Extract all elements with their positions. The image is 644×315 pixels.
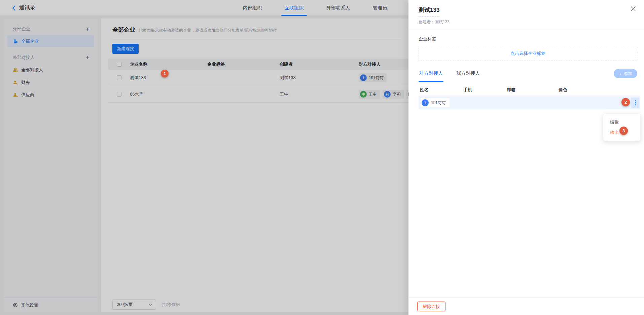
annotation-badge-2: 2	[621, 98, 630, 106]
contact-row[interactable]: 1 191钉钉	[419, 96, 640, 109]
drawer-title[interactable]: 测试133	[419, 6, 439, 16]
annotation-badge-3: 3	[619, 127, 628, 135]
contact-chip: 1 191钉钉	[421, 98, 450, 107]
col-email: 邮箱	[507, 87, 559, 93]
add-contact-button[interactable]: + 添加	[614, 69, 637, 78]
menu-item-edit[interactable]: 编辑	[603, 117, 640, 127]
col-phone: 手机	[463, 87, 507, 93]
select-company-tag-box[interactable]: 点击选择企业标签	[419, 46, 637, 61]
disconnect-button[interactable]: 解除连接	[417, 302, 445, 311]
kebab-menu-icon[interactable]	[631, 98, 639, 108]
drawer-creator: 创建者：测试133	[419, 19, 636, 25]
avatar: 1	[422, 99, 429, 106]
col-name: 姓名	[419, 87, 463, 93]
close-icon[interactable]	[630, 5, 637, 12]
active-tab-underline	[419, 81, 443, 82]
tab-counterpart-contacts[interactable]: 对方对接人	[419, 69, 443, 82]
modal-dim-overlay	[0, 0, 408, 315]
table-header-row: 姓名 手机 邮箱 角色	[419, 84, 640, 96]
annotation-badge-1: 1	[161, 70, 169, 77]
col-role: 角色	[559, 87, 640, 93]
plus-icon: +	[619, 71, 622, 76]
contact-table: 姓名 手机 邮箱 角色 1 191钉钉	[419, 84, 640, 109]
app-window: 通讯录 内部组织 互联组织 外部联系人 管理员 外部企业 + 全部企业 外部对接…	[0, 0, 644, 315]
tab-our-contacts[interactable]: 我方对接人	[456, 69, 480, 82]
contact-tabs: 对方对接人 我方对接人 + 添加	[419, 69, 637, 82]
company-tag-label: 企业标签	[419, 36, 637, 42]
drawer-footer: 解除连接	[408, 298, 644, 315]
company-detail-drawer: 测试133 创建者：测试133 企业标签 点击选择企业标签 对方对接人 我方对接…	[408, 0, 644, 315]
